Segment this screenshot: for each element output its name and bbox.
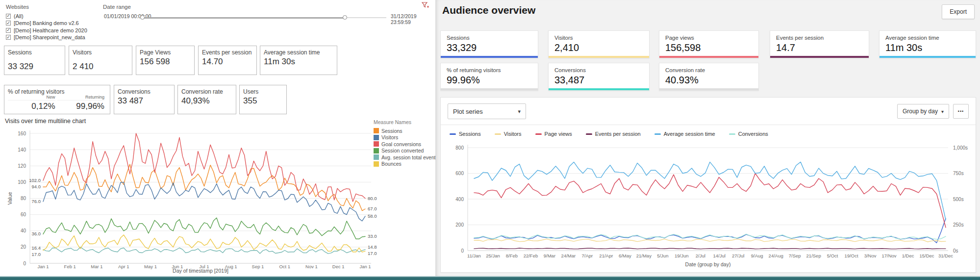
legend-item-bounces[interactable]: Bounces [374,161,435,168]
legend-item-label: Session converted [381,148,424,153]
y-axis-tick-label: 140 [18,147,26,153]
mark-label: 80.0 [368,196,377,201]
kpi-label: Page Views [140,49,191,56]
ellipsis-icon: ••• [958,109,964,114]
checkbox-checked-icon: ✓ [6,21,11,25]
x-axis-tick-label: 22/Feb [524,253,538,258]
measure-names-legend: Measure Names SessionsVisitorsGoal conve… [374,119,435,167]
legend-color-swatch [450,133,456,135]
legend-color-swatch [729,133,735,135]
x-axis-tick-label: Mar 1 [91,264,102,269]
y-axis-tick-label: 20 [21,244,26,250]
kpi-card-page-views: Page views 156,598 [659,30,759,58]
slider-handle-start[interactable] [140,15,145,20]
x-axis-tick-label: 31/Dec [938,253,953,258]
kpi-value: 33,487 [554,75,643,86]
legend-item-label: Goal conversions [381,141,421,147]
legend-color-swatch [374,141,379,147]
x-axis-tick-label: 11/Jan [467,253,481,258]
legend-item-average-session-time[interactable]: Average session time [654,131,715,137]
plot-series-select[interactable]: Plot series ▾ [448,103,526,119]
y-axis-tick-label: 160 [18,131,26,136]
kpi-value: 11m 30s [264,57,295,67]
website-checkbox-sharepoint[interactable]: ✓ [Demo] Sharepoint_new_data [6,34,87,41]
right-y-axis-tick-label: 750s [953,171,964,176]
series-line-goal-conversions [43,133,365,202]
legend-item-session-converted[interactable]: Session converted [374,148,435,154]
kpi-accent-bar [659,88,758,90]
legend-item-visitors[interactable]: Visitors [374,134,435,141]
checkbox-checked-icon: ✓ [6,14,11,19]
col-value: 0,12% [8,102,55,111]
x-axis-tick-label: 21/Apr [599,253,613,258]
x-axis-tick-label: 9/Aug [751,253,763,258]
chart-controls: Plot series ▾ Group by day ▾ ••• [441,98,976,125]
legend-color-swatch [495,133,501,135]
kpi-label: Events per session [202,49,253,56]
kpi-value: 14.70 [202,57,223,67]
kpi-card-conversions: Conversions 33,487 [548,63,650,91]
mark-label: 33.0 [368,233,377,239]
timeseries-chart-panel: Plot series ▾ Group by day ▾ ••• Session… [440,97,976,273]
chevron-down-icon: ▾ [941,109,944,114]
legend-item-avg-session-total-events[interactable]: Avg. session total events [374,154,435,161]
visits-over-time-chart: 020406080100120140160Jan 1Feb 1Mar 1Apr … [7,126,390,276]
kpi-label: Visitors [73,49,128,56]
y-axis-tick-label: 60 [21,212,26,217]
legend-item-visitors[interactable]: Visitors [495,131,522,137]
legend-item-label: Sessions [459,131,481,137]
kpi-label: Average session time [264,49,333,56]
kpi-card-visitors: Visitors 2 410 [69,46,132,75]
plot-series-select-value: Plot series [453,108,483,115]
group-by-day-button[interactable]: Group by day ▾ [897,104,949,119]
y-axis-tick-label: 200 [455,222,464,228]
kpi-value: 11m 30s [885,42,970,53]
kpi-label: Page views [665,35,753,41]
kpi-label: Sessions [447,35,532,41]
legend-item-sessions[interactable]: Sessions [450,131,481,137]
filter-icon[interactable] [422,2,429,9]
legend-item-label: Sessions [381,128,402,134]
x-axis-tick-label: 14/Jul [713,253,726,258]
date-range-slider[interactable] [142,16,386,21]
kpi-label: % of returning visitors [447,67,532,73]
legend-item-label: Bounces [381,161,402,167]
y-axis-tick-label: 600 [455,171,464,176]
date-range-label: Date range [103,4,431,10]
x-axis-tick-label: May 1 [144,264,157,269]
legend-item-page-views[interactable]: Page views [535,131,572,137]
mark-label: 14.8 [368,244,377,250]
right-y-axis-tick-label: 500s [953,197,964,202]
x-axis-tick-label: 19/Jun [675,253,689,258]
x-axis-tick-label: Feb 1 [64,264,76,269]
kpi-card-sessions: Sessions 33,329 [440,30,538,58]
mark-label: 36.0 [32,231,41,236]
website-checkbox-healthcare[interactable]: ✓ [Demo] Healthcare demo 2020 [6,27,87,34]
mark-label: 67.0 [368,206,377,211]
kpi-card-page-views: Page Views 156 598 [136,46,195,75]
kpi-card-average-session-time: Average session time 11m 30s [879,30,976,58]
export-button[interactable]: Export [942,4,975,19]
legend-item-conversions[interactable]: Conversions [729,131,768,137]
slider-handle-end[interactable] [343,15,347,20]
legend-item-goal-conversions[interactable]: Goal conversions [374,141,435,148]
kpi-accent-bar [441,56,538,58]
legend-item-sessions[interactable]: Sessions [374,127,435,134]
website-checkbox-label: (All) [14,13,24,19]
legend-item-label: Events per session [595,131,641,137]
chart-legend: SessionsVisitorsPage viewsEvents per ses… [450,129,768,139]
y-axis-tick-label: 0 [23,261,26,266]
kpi-value: 40.93% [665,75,753,86]
legend-item-events-per-session[interactable]: Events per session [586,131,641,137]
more-options-button[interactable]: ••• [953,104,969,119]
website-checkbox-all[interactable]: ✓ (All) [6,13,87,20]
kpi-card-events-per-session: Events per session 14.7 [770,30,869,58]
mark-label: 58.0 [368,213,377,219]
kpi-accent-bar [770,56,869,58]
x-axis-tick-label: 8/Feb [506,253,518,258]
checkbox-checked-icon: ✓ [6,28,11,33]
kpi-label: Average session time [885,35,970,41]
legend-item-label: Average session time [664,131,715,137]
website-checkbox-banking[interactable]: ✓ [Demo] Banking demo v2.6 [6,20,87,27]
right-y-axis-tick-label: 0s [953,248,958,254]
